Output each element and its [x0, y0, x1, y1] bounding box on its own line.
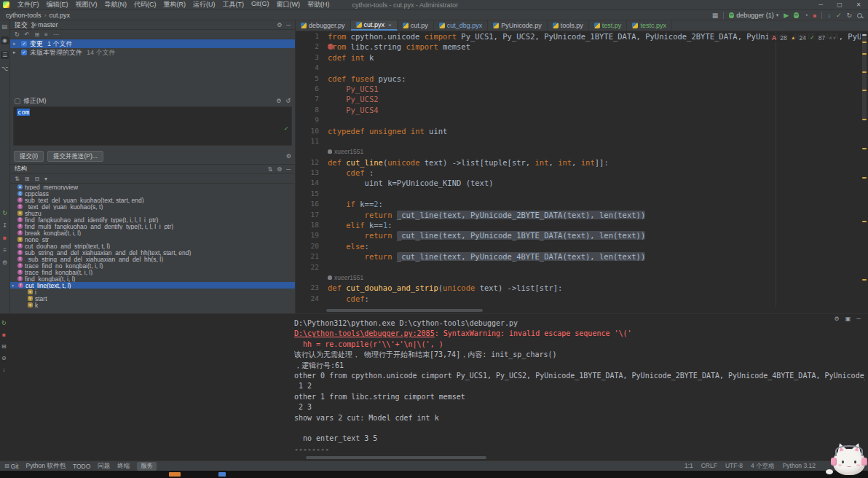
git-tool-icon[interactable]: ⌥ [1, 66, 8, 72]
debug-button[interactable] [794, 12, 799, 18]
changes-tree-row[interactable]: ▸✓未版本管理的文件14 个文件 [10, 48, 295, 57]
editor-tab[interactable]: tools.py [548, 20, 589, 31]
close-tab-icon[interactable]: × [388, 22, 392, 28]
run-button[interactable]: ▶ [784, 12, 789, 19]
step-icon[interactable]: ↧ [2, 222, 7, 229]
stop-console-button[interactable]: ■ [2, 332, 6, 338]
structure-item[interactable]: ffind_fangkuohao_and_identify_type(t, i,… [10, 216, 295, 223]
message-history-icon[interactable]: ↺ [285, 98, 291, 104]
sort-alpha-icon[interactable]: ⇅ [15, 176, 20, 182]
git-update-button[interactable]: ↓ [827, 12, 831, 19]
statusbar-info-item[interactable]: CRLF [701, 462, 717, 471]
git-commit-button[interactable]: ✓ [836, 12, 842, 19]
chevron-right-icon[interactable]: ▸ [13, 41, 18, 47]
structure-item[interactable]: ctyped_memoryview [10, 184, 295, 190]
console-output[interactable]: D:\Python312\python.exe D:\cython-tools\… [294, 318, 865, 455]
clear-output-icon[interactable]: ⊘ [1, 355, 7, 361]
layout-icon[interactable]: ▦ [712, 10, 719, 20]
refresh-icon[interactable]: ↻ [15, 31, 20, 38]
structure-item[interactable]: fbreak_kongbai(t, i, l) [10, 230, 295, 236]
view-options-icon[interactable]: ≡ [44, 31, 48, 38]
chevron-right-icon[interactable]: ▸ [13, 50, 18, 55]
commit-tool-icon[interactable]: ◉ [1, 36, 9, 44]
stripe-mark[interactable] [862, 34, 867, 36]
expand-all-icon[interactable]: ⋯ [53, 31, 59, 38]
tools-icon[interactable]: ⚙ [2, 259, 7, 266]
branch-selector[interactable]: master [31, 21, 58, 28]
editor-horizontal-scrollbar[interactable] [326, 309, 483, 312]
chevron-down-icon[interactable]: ▾ [12, 283, 16, 288]
sort-icon[interactable]: ⇅ [267, 166, 272, 173]
statusbar-info-item[interactable]: UTF-8 [725, 462, 743, 471]
menu-item[interactable]: Git(G) [248, 0, 273, 9]
maximize-button[interactable]: ▢ [830, 0, 849, 10]
hide-panel-icon[interactable]: ─ [286, 22, 291, 28]
statusbar-info-item[interactable]: 4 个空格 [751, 462, 775, 471]
commit-message-input[interactable]: com ✓ [13, 106, 292, 146]
structure-item[interactable]: fcut_douhao_and_strip(text, t, l) [10, 243, 295, 249]
menu-item[interactable]: 窗口(W) [273, 0, 304, 9]
collapse-all-icon[interactable]: ⊟ [34, 176, 39, 182]
stop-button[interactable]: ■ [813, 12, 817, 19]
minimize-button[interactable]: ─ [811, 0, 830, 10]
stripe-mark[interactable] [862, 279, 867, 281]
scroll-to-end-icon[interactable]: ↓ [2, 367, 5, 373]
editor-tab[interactable]: PyUnicode.py [488, 20, 548, 31]
search-everywhere-icon[interactable] [857, 13, 862, 18]
structure-item[interactable]: f_text_del_yuan_kuohao(s, t) [10, 203, 295, 210]
menu-item[interactable]: 导航(N) [101, 0, 131, 9]
statusbar-info-item[interactable]: Python 3.12 [783, 462, 816, 471]
rerun-icon[interactable]: ↻ [2, 210, 7, 216]
rerun-button[interactable]: ↻ [1, 320, 7, 326]
menu-item[interactable]: 视图(V) [72, 0, 101, 9]
structure-item[interactable]: vshuzu [10, 210, 295, 216]
editor-tab[interactable]: test.py [589, 20, 628, 31]
stripe-mark[interactable] [862, 90, 867, 91]
statusbar-tool-button[interactable]: Git [11, 463, 19, 470]
structure-item[interactable]: fsub_text_del_yuan_kuohao(text, start, e… [10, 197, 295, 203]
structure-item[interactable]: ▾fcut_line(text, t, l) [10, 282, 295, 289]
statusbar-tool-button[interactable]: Python 软件包 [26, 462, 66, 471]
stripe-mark[interactable] [862, 53, 867, 55]
stack-trace-link[interactable]: D:\cython-tools\debugger.py:2085 [294, 329, 435, 337]
structure-item[interactable]: vk [10, 302, 295, 308]
editor-tab[interactable]: cut_dbg.pyx [434, 20, 489, 31]
structure-item[interactable]: fsub_string_and_del_xiahuaxian_and_del_h… [10, 249, 295, 256]
structure-item[interactable]: vnone_str [10, 236, 295, 243]
stripe-mark[interactable] [862, 42, 867, 43]
console-settings-gear-icon[interactable]: ⚙ [835, 316, 840, 322]
group-by-icon[interactable]: ⊞ [34, 31, 39, 38]
profiler-button[interactable]: ◔ [804, 10, 808, 20]
console-minimize-icon[interactable]: ─ [856, 316, 861, 322]
project-tool-icon[interactable]: ▤ [2, 23, 8, 30]
message-settings-icon[interactable]: ⚙ [276, 98, 281, 104]
stripe-mark[interactable] [862, 221, 867, 222]
stripe-mark[interactable] [862, 71, 867, 73]
stop-run-icon[interactable]: ■ [3, 235, 7, 241]
menu-item[interactable]: 帮助(H) [304, 0, 334, 9]
structure-item[interactable]: ffind_kongbai(t, i, l) [10, 275, 295, 282]
taskbar-app-icon[interactable] [218, 472, 226, 477]
error-stripe[interactable] [861, 31, 867, 307]
statusbar-tool-button[interactable]: TODO [73, 463, 90, 470]
structure-tool-icon[interactable]: ☰ [1, 51, 9, 59]
editor-tab[interactable]: cut.pyx× [351, 20, 398, 31]
menu-item[interactable]: 运行(U) [189, 0, 219, 9]
structure-item[interactable]: ftrace_find_kongbai(t, i, l) [10, 269, 295, 275]
statusbar-tool-button[interactable]: 服务 [137, 462, 157, 471]
hide-structure-icon[interactable]: ─ [286, 166, 291, 173]
menu-item[interactable]: 编辑(E) [43, 0, 72, 9]
statusbar-tool-button[interactable]: 终端 [117, 462, 130, 471]
rollback-icon[interactable]: ↶ [25, 31, 30, 38]
tool-windows-icon[interactable]: ⊞ [4, 463, 9, 469]
stripe-mark[interactable] [862, 148, 867, 149]
editor-tab[interactable]: debugger.py [296, 20, 351, 31]
commit-options-icon[interactable]: ⚙ [286, 153, 291, 160]
commit-settings-icon[interactable]: ⚙ [277, 22, 282, 28]
editor-content[interactable]: 1from cpython.unicode cimport Py_UCS1, P… [296, 31, 861, 307]
structure-item[interactable]: ftrace_find_no_kongbai(t, i, l) [10, 262, 295, 269]
stripe-mark[interactable] [862, 119, 867, 120]
structure-item[interactable]: vi [10, 289, 295, 295]
commit-and-push-button[interactable]: 提交并推送(P)... [47, 151, 103, 162]
inspections-widget[interactable]: A 28 ▲ 24 ✓ 87 ∧∨ [768, 34, 840, 42]
